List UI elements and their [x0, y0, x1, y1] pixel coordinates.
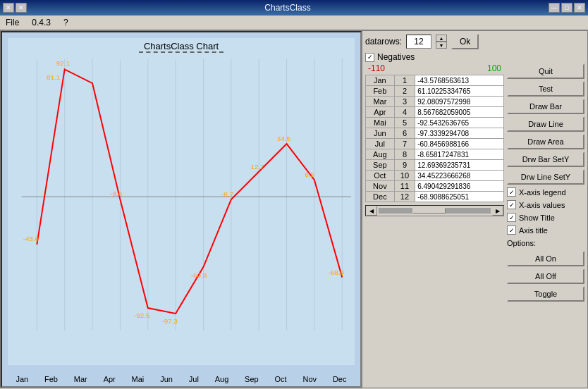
x-axis-legend-checkbox[interactable]: ✓: [507, 187, 516, 197]
cell-value: 92.08097572998: [415, 97, 504, 107]
x-label-aug: Aug: [215, 375, 229, 383]
scroll-right-arrow[interactable]: ▶: [492, 206, 503, 216]
svg-text:12.7: 12.7: [250, 163, 264, 171]
x-label-nov: Nov: [302, 375, 317, 383]
cell-value: 34.45223666268: [415, 171, 504, 181]
quit-button[interactable]: Quit: [507, 63, 584, 79]
negatives-checkbox[interactable]: ✓: [365, 53, 374, 62]
data-section: -110 100 Jan 1 -43.5768563613 Feb 2 61.1…: [365, 63, 504, 302]
x-label-oct: Oct: [275, 375, 287, 383]
x-axis-values-checkbox[interactable]: ✓: [507, 200, 516, 209]
table-row: Mar 3 92.08097572998: [366, 97, 504, 107]
x-label-feb: Feb: [44, 375, 58, 383]
cell-value: -97.3339294708: [415, 128, 504, 139]
x-labels: Jan Feb Mar Apr Mai Jun Jul Aug Sep Oct …: [8, 375, 355, 383]
axis-title-label: Axis title: [519, 226, 548, 235]
x-label-sep: Sep: [245, 375, 259, 383]
x-axis-values-label: X-axis values: [519, 201, 565, 209]
cell-num: 6: [394, 128, 415, 139]
cell-num: 1: [394, 75, 415, 86]
chart-inner: ChartsClass Chart: [8, 38, 355, 365]
scroll-thumb[interactable]: [412, 208, 446, 214]
menu-version[interactable]: 0.4.3: [29, 17, 54, 28]
cell-value: -68.9088625051: [415, 192, 504, 202]
title-bar: ✕ ✕ ChartsClass — □ ✕: [0, 0, 588, 16]
show-title-row: ✓ Show Title: [507, 212, 584, 223]
table-row: Jan 1 -43.5768563613: [366, 75, 504, 86]
cell-num: 12: [394, 192, 415, 202]
cell-value: -43.5768563613: [415, 75, 504, 86]
cell-num: 4: [394, 107, 415, 118]
right-panel: datarows: ▲ ▼ Ok ✓ Negatives -110 100: [362, 31, 587, 388]
close-btn[interactable]: ✕: [574, 3, 585, 13]
horizontal-scrollbar[interactable]: ◀ ▶: [365, 205, 504, 216]
ok-button[interactable]: Ok: [451, 34, 479, 49]
x-axis-values-row: ✓ X-axis values: [507, 199, 584, 210]
cell-month: Aug: [366, 149, 395, 160]
x-label-mai: Mai: [132, 375, 145, 383]
window-title: ChartsClass: [27, 3, 549, 13]
spinner-down[interactable]: ▼: [436, 42, 447, 49]
cell-month: Oct: [366, 171, 395, 181]
toggle-button[interactable]: Toggle: [507, 286, 584, 302]
x-axis-legend-row: ✓ X-axis legend: [507, 187, 584, 197]
datarows-input[interactable]: [406, 35, 431, 49]
x-label-apr: Apr: [104, 375, 116, 383]
all-off-button[interactable]: All Off: [507, 268, 584, 284]
x-label-jul: Jul: [189, 375, 199, 383]
spinner-btns: ▲ ▼: [436, 35, 447, 49]
buttons-section: Quit Test Draw Bar Draw Line Draw Area D…: [507, 63, 584, 302]
table-row: Oct 10 34.45223666268: [366, 171, 504, 181]
draw-line-button[interactable]: Draw Line: [507, 116, 584, 132]
draw-area-button[interactable]: Draw Area: [507, 134, 584, 149]
options-btns: All On All Off Toggle: [507, 251, 584, 302]
range-neg: -110: [368, 63, 385, 73]
scroll-track[interactable]: [379, 208, 491, 214]
svg-text:-68.9: -68.9: [329, 268, 345, 276]
cell-value: -8.65817247831: [415, 149, 504, 160]
svg-text:6.5: 6.5: [305, 171, 314, 178]
title-bar-left-btns: ✕ ✕: [3, 3, 27, 13]
cell-num: 7: [394, 139, 415, 149]
svg-text:-8.6: -8.6: [111, 190, 123, 197]
cell-month: Jan: [366, 75, 395, 86]
range-pos: 100: [487, 63, 501, 73]
menu-file[interactable]: File: [3, 17, 22, 28]
close-btn-left[interactable]: ✕: [16, 3, 27, 13]
all-on-button[interactable]: All On: [507, 251, 584, 266]
table-row: Apr 4 8.567682059005: [366, 107, 504, 118]
cell-month: Apr: [366, 107, 395, 118]
svg-text:-92.5: -92.5: [134, 311, 150, 319]
spinner-up[interactable]: ▲: [436, 35, 447, 42]
minimize-btn[interactable]: —: [549, 3, 560, 13]
show-title-checkbox[interactable]: ✓: [507, 213, 516, 222]
top-controls: datarows: ▲ ▼ Ok: [365, 34, 584, 49]
drw-bar-sety-button[interactable]: Drw Bar SetY: [507, 152, 584, 167]
cell-value: 8.567682059005: [415, 107, 504, 118]
cell-month: Mai: [366, 118, 395, 128]
app-icon-btn[interactable]: ✕: [3, 3, 14, 13]
cell-month: Jun: [366, 128, 395, 139]
table-row: Aug 8 -8.65817247831: [366, 149, 504, 160]
options-label: Options:: [507, 239, 584, 247]
table-row: Mai 5 -92.5432636765: [366, 118, 504, 128]
cell-num: 8: [394, 149, 415, 160]
cell-month: Feb: [366, 86, 395, 97]
show-title-label: Show Title: [519, 214, 555, 222]
negatives-label: Negatives: [377, 52, 415, 62]
menu-help[interactable]: ?: [61, 17, 71, 28]
cell-value: 6.490429291836: [415, 181, 504, 192]
axis-title-row: ✓ Axis title: [507, 225, 584, 235]
range-row: -110 100: [365, 63, 504, 73]
cell-num: 9: [394, 160, 415, 171]
maximize-btn[interactable]: □: [561, 3, 572, 13]
cell-num: 11: [394, 181, 415, 192]
draw-bar-button[interactable]: Draw Bar: [507, 99, 584, 114]
axis-title-checkbox[interactable]: ✓: [507, 226, 516, 235]
svg-text:34.5: 34.5: [277, 135, 291, 142]
svg-text:-43.6: -43.6: [23, 235, 39, 242]
cell-value: -60.8456988166: [415, 139, 504, 149]
test-button[interactable]: Test: [507, 81, 584, 97]
scroll-left-arrow[interactable]: ◀: [366, 206, 377, 216]
drw-line-sety-button[interactable]: Drw Line SetY: [507, 169, 584, 185]
